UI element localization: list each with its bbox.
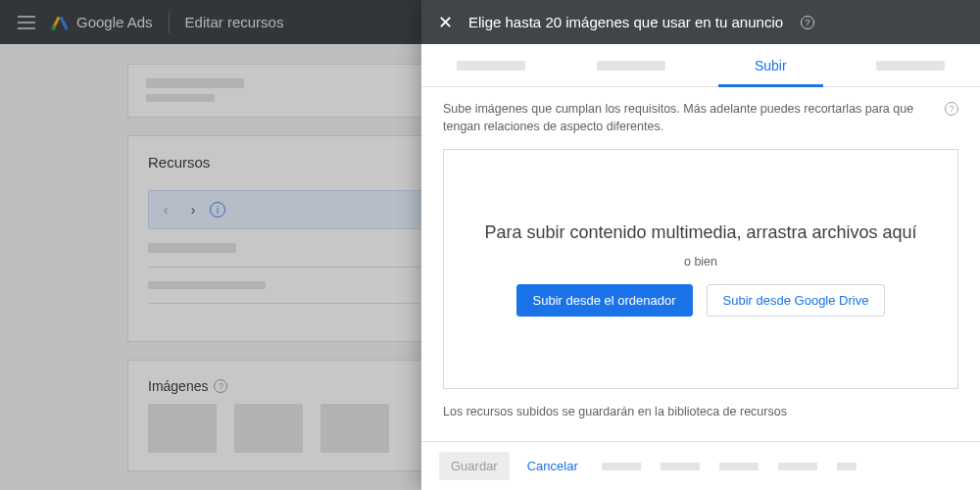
chevron-left-icon[interactable]: ‹ <box>155 199 176 220</box>
menu-icon[interactable] <box>18 16 35 29</box>
google-ads-icon <box>51 14 69 31</box>
footer-placeholder <box>602 463 857 470</box>
page-title: Editar recursos <box>185 14 284 30</box>
svg-point-0 <box>52 25 57 30</box>
image-thumb[interactable] <box>320 404 389 453</box>
image-picker-modal: ✕ Elige hasta 20 imágenes que usar en tu… <box>421 0 980 490</box>
images-title: Imágenes <box>148 378 208 394</box>
modal-body: Sube imágenes que cumplan los requisitos… <box>421 87 980 441</box>
help-icon[interactable]: ? <box>945 102 958 116</box>
image-thumb[interactable] <box>148 404 217 453</box>
product-name: Google Ads <box>76 14 153 30</box>
upload-hint: Sube imágenes que cumplan los requisitos… <box>443 101 958 135</box>
drop-or: o bien <box>684 255 717 269</box>
tab-placeholder[interactable] <box>841 44 981 86</box>
help-icon[interactable]: ? <box>214 379 227 393</box>
help-icon[interactable]: ? <box>801 16 814 29</box>
save-button: Guardar <box>439 452 510 480</box>
product-logo: Google Ads <box>51 14 153 31</box>
modal-header: ✕ Elige hasta 20 imágenes que usar en tu… <box>421 0 980 44</box>
upload-drive-button[interactable]: Subir desde Google Drive <box>707 284 886 317</box>
modal-tabs: Subir <box>421 44 980 87</box>
modal-footer: Guardar Cancelar <box>421 441 980 490</box>
image-thumb[interactable] <box>234 404 303 453</box>
library-note: Los recursos subidos se guardarán en la … <box>443 405 958 418</box>
close-icon[interactable]: ✕ <box>435 13 455 32</box>
chevron-right-icon[interactable]: › <box>182 199 204 220</box>
placeholder-line <box>148 281 266 289</box>
drop-instruction: Para subir contenido multimedia, arrastr… <box>484 222 916 243</box>
upload-computer-button[interactable]: Subir desde el ordenador <box>516 284 693 317</box>
info-icon[interactable]: i <box>210 202 225 218</box>
tab-placeholder[interactable] <box>421 44 562 86</box>
drop-zone[interactable]: Para subir contenido multimedia, arrastr… <box>443 149 958 389</box>
tab-subir[interactable]: Subir <box>701 44 841 86</box>
modal-title: Elige hasta 20 imágenes que usar en tu a… <box>468 14 783 30</box>
tab-placeholder[interactable] <box>562 44 702 86</box>
cancel-button[interactable]: Cancelar <box>527 459 578 473</box>
placeholder-line <box>148 243 236 253</box>
header-divider <box>169 12 170 33</box>
